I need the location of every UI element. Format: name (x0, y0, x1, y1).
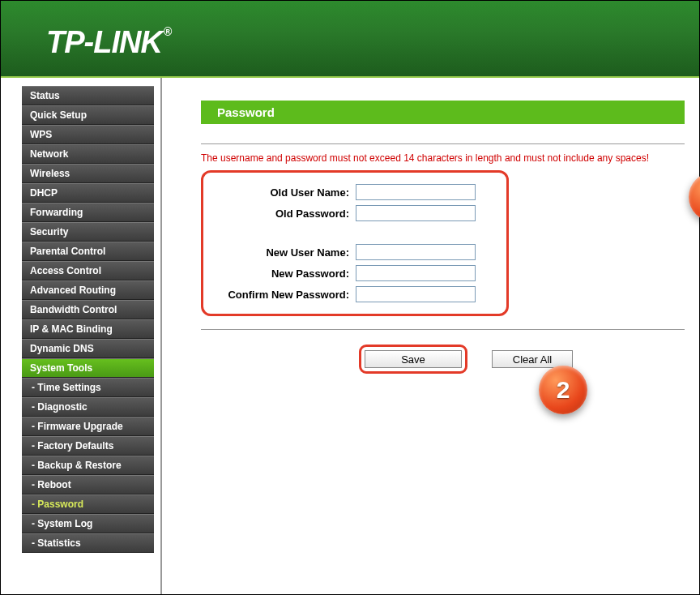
sidebar-sub-backup-restore[interactable]: - Backup & Restore (22, 456, 154, 475)
new-password-label: New Password: (210, 268, 356, 280)
button-row: Save Clear All (201, 345, 685, 374)
old-password-input[interactable] (356, 205, 476, 221)
sidebar-item-system-tools[interactable]: System Tools (22, 358, 154, 378)
sidebar-item-dynamic-dns[interactable]: Dynamic DNS (22, 339, 154, 358)
new-password-input[interactable] (356, 265, 476, 281)
sidebar-sub-system-log[interactable]: - System Log (22, 514, 154, 533)
old-username-label: Old User Name: (210, 186, 356, 199)
save-button-highlight: Save (359, 345, 467, 374)
sidebar-item-status[interactable]: Status (22, 86, 154, 105)
sidebar-item-security[interactable]: Security (22, 222, 154, 242)
new-username-input[interactable] (356, 244, 476, 260)
sidebar-item-wps[interactable]: WPS (22, 125, 154, 144)
sidebar-sub-diagnostic[interactable]: - Diagnostic (22, 397, 154, 417)
sidebar-item-wireless[interactable]: Wireless (22, 164, 154, 183)
header: TP-LINK® (1, 1, 699, 78)
divider-line-2 (201, 329, 685, 330)
sidebar-item-parental-control[interactable]: Parental Control (22, 242, 154, 261)
sidebar-item-advanced-routing[interactable]: Advanced Routing (22, 280, 154, 300)
brand-text: TP-LINK (46, 25, 162, 59)
sidebar-item-bandwidth-control[interactable]: Bandwidth Control (22, 300, 154, 319)
new-username-label: New User Name: (210, 246, 356, 259)
sidebar-item-ip-mac-binding[interactable]: IP & MAC Binding (22, 319, 154, 339)
sidebar-sub-firmware-upgrade[interactable]: - Firmware Upgrade (22, 417, 154, 436)
sidebar-sub-time-settings[interactable]: - Time Settings (22, 378, 154, 397)
sidebar-item-dhcp[interactable]: DHCP (22, 183, 154, 203)
sidebar-sub-password[interactable]: - Password (22, 494, 154, 514)
content-area: Password The username and password must … (162, 78, 699, 594)
sidebar-sub-factory-defaults[interactable]: - Factory Defaults (22, 436, 154, 456)
old-username-input[interactable] (356, 184, 476, 200)
annotation-callout-2: 2 (539, 366, 587, 414)
sidebar-item-access-control[interactable]: Access Control (22, 261, 154, 280)
sidebar: Status Quick Setup WPS Network Wireless … (1, 78, 159, 594)
warning-note: The username and password must not excee… (201, 152, 685, 164)
confirm-password-input[interactable] (356, 286, 476, 302)
save-button[interactable]: Save (365, 350, 462, 368)
sidebar-item-forwarding[interactable]: Forwarding (22, 203, 154, 222)
sidebar-item-network[interactable]: Network (22, 144, 154, 164)
annotation-callout-1: 1 (689, 173, 700, 221)
credentials-form-highlight: Old User Name: Old Password: New User Na… (201, 170, 509, 316)
registered-icon: ® (164, 25, 171, 38)
brand-logo: TP-LINK® (1, 1, 699, 60)
divider-line (201, 143, 685, 144)
sidebar-sub-statistics[interactable]: - Statistics (22, 533, 154, 553)
page-title: Password (201, 101, 685, 124)
confirm-password-label: Confirm New Password: (210, 289, 356, 301)
old-password-label: Old Password: (210, 208, 356, 220)
sidebar-sub-reboot[interactable]: - Reboot (22, 475, 154, 494)
sidebar-item-quick-setup[interactable]: Quick Setup (22, 105, 154, 125)
